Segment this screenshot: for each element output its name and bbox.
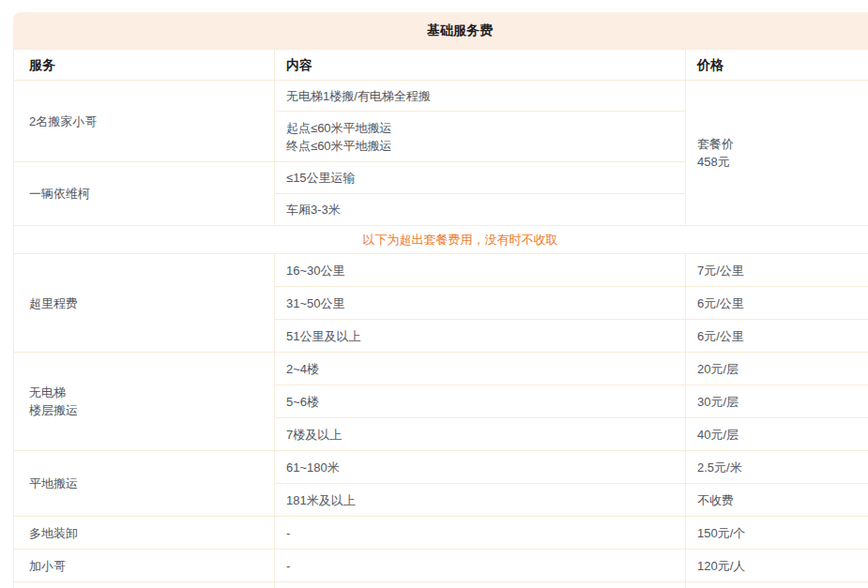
price-cell: 6元/公里: [686, 287, 868, 320]
table-row: 加小哥 - 120元/人: [14, 550, 868, 582]
price-cell: [686, 582, 868, 588]
column-header-content: 内容: [275, 50, 686, 81]
service-cell: 加小哥: [14, 550, 275, 582]
content-cell: -: [275, 550, 686, 582]
table-row: 超里程费 16~30公里 7元/公里: [14, 254, 868, 287]
notice-text: 以下为超出套餐费用，没有时不收取: [14, 226, 868, 254]
content-cell: 51公里及以上: [275, 320, 686, 353]
content-cell: 31~50公里: [275, 287, 686, 320]
content-cell: [275, 582, 686, 588]
table-row: 2名搬家小哥 无电梯1楼搬/有电梯全程搬 套餐价 458元: [14, 81, 868, 112]
notice-row: 以下为超出套餐费用，没有时不收取: [14, 226, 868, 254]
service-cell: [14, 582, 275, 588]
price-cell: 不收费: [686, 484, 868, 517]
content-cell: 61~180米: [275, 451, 686, 484]
price-cell: 120元/人: [686, 550, 868, 582]
column-header-service: 服务: [14, 50, 275, 81]
table-title: 基础服务费: [13, 12, 868, 49]
package-price-cell: 套餐价 458元: [686, 81, 868, 226]
table-row: 平地搬运 61~180米 2.5元/米: [14, 451, 868, 484]
price-cell: 7元/公里: [686, 254, 868, 287]
content-cell: 7楼及以上: [275, 418, 686, 451]
content-cell: ≤15公里运输: [275, 162, 686, 194]
column-header-row: 服务 内容 价格: [14, 50, 868, 81]
content-cell: 2~4楼: [275, 353, 686, 385]
pricing-table-card: 基础服务费 服务 内容 价格 2名搬家小哥 无电梯1楼搬/有电梯全程搬 套餐价 …: [13, 12, 868, 588]
package-price-value: 458元: [697, 153, 868, 171]
package-price-label: 套餐价: [697, 135, 868, 153]
content-cell: 5~6楼: [275, 385, 686, 418]
service-cell: 平地搬运: [14, 451, 275, 517]
content-cell: 车厢3-3米: [275, 194, 686, 226]
service-cell: 无电梯 楼层搬运: [14, 353, 275, 451]
service-cell: 超里程费: [14, 254, 275, 353]
content-cell: 16~30公里: [275, 254, 686, 287]
price-cell: 30元/层: [686, 385, 868, 418]
price-cell: 2.5元/米: [686, 451, 868, 484]
price-cell: 150元/个: [686, 517, 868, 550]
service-cell: 2名搬家小哥: [14, 81, 275, 162]
price-cell: 6元/公里: [686, 320, 868, 353]
table-row: [14, 582, 868, 588]
content-cell: 无电梯1楼搬/有电梯全程搬: [275, 81, 686, 112]
table-row: 无电梯 楼层搬运 2~4楼 20元/层: [14, 353, 868, 385]
column-header-price: 价格: [686, 50, 868, 81]
content-cell: 181米及以上: [275, 484, 686, 517]
service-cell: 多地装卸: [14, 517, 275, 550]
price-cell: 20元/层: [686, 353, 868, 385]
table-row: 多地装卸 - 150元/个: [14, 517, 868, 550]
content-cell: -: [275, 517, 686, 550]
content-cell: 起点≤60米平地搬运 终点≤60米平地搬运: [275, 112, 686, 162]
service-cell: 一辆依维柯: [14, 162, 275, 226]
price-cell: 40元/层: [686, 418, 868, 451]
pricing-table: 服务 内容 价格 2名搬家小哥 无电梯1楼搬/有电梯全程搬 套餐价 458元 起…: [13, 49, 868, 588]
